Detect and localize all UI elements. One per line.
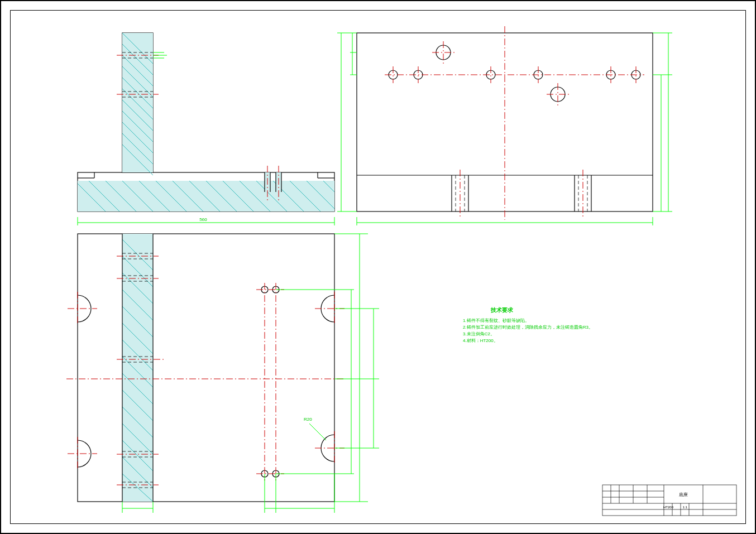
drawing-sheet: 560	[0, 0, 756, 534]
tech-req-title: 技术要求	[490, 307, 514, 313]
bolt-holes	[385, 66, 644, 83]
tech-req-line1: 1.铸件不得有裂纹、砂眼等缺陷。	[463, 318, 529, 323]
drawing-canvas: 560	[11, 11, 747, 525]
technical-requirements: 技术要求 1.铸件不得有裂纹、砂眼等缺陷。 2.铸件加工前应进行时效处理，消除残…	[463, 307, 593, 343]
dim-r20: R20	[304, 417, 312, 422]
tech-req-line3: 3.未注倒角C2。	[463, 331, 495, 336]
title-block: 底座 HT200 1:1	[602, 485, 736, 516]
svg-rect-7	[78, 181, 334, 211]
top-view: R20	[66, 234, 379, 513]
tech-req-line4: 4.材料：HT200。	[463, 338, 498, 343]
front-view: 560	[78, 33, 334, 225]
dim-front-width: 560	[199, 217, 207, 222]
drawing-frame: 560	[10, 10, 746, 524]
svg-rect-170	[602, 485, 736, 516]
scale-label: 1:1	[683, 506, 688, 509]
svg-rect-6	[122, 33, 153, 172]
material-label: HT200	[663, 506, 674, 509]
tech-req-line2: 2.铸件加工前应进行时效处理，消除残余应力，未注铸造圆角R3。	[463, 325, 593, 330]
part-name: 底座	[679, 492, 688, 497]
svg-line-116	[309, 424, 326, 440]
right-view	[337, 26, 672, 225]
svg-rect-55	[78, 234, 334, 502]
